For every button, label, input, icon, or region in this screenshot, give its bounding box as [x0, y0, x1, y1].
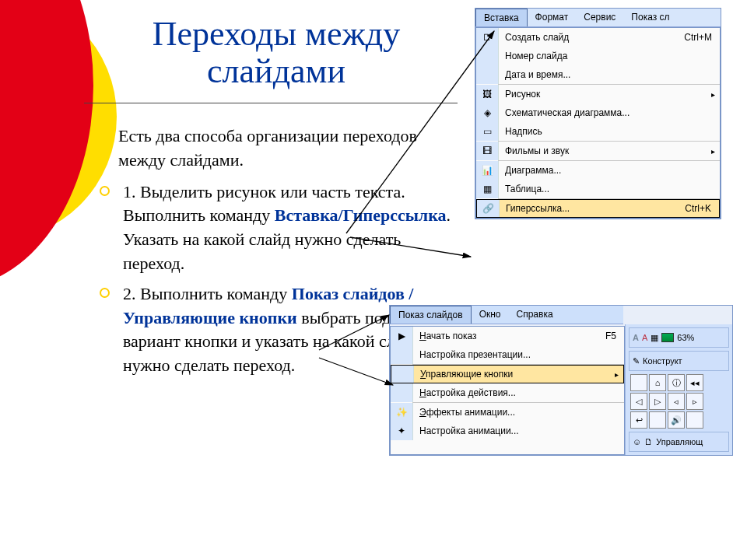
list-item-1: 1. Выделить рисунок или часть текста. Вы…	[87, 180, 461, 276]
menu-item-label: Схематическая диаграмма...	[499, 107, 720, 118]
design-label[interactable]: Конструкт	[643, 356, 682, 366]
menu-item-настройка-действия[interactable]: Настройка действия...	[391, 383, 624, 402]
chart-icon: 📊	[476, 161, 499, 180]
menu-tab-показ-сл[interactable]: Показ сл	[623, 9, 677, 26]
slide-title: Переходы между слайдами	[93, 16, 459, 91]
menu-item-управляющие-кнопки[interactable]: Управляющие кнопки▸	[391, 365, 624, 383]
menu-tab-сервис[interactable]: Сервис	[576, 9, 623, 26]
action-button-shape-11[interactable]	[686, 411, 703, 429]
menu-item-label: Диаграмма...	[499, 165, 720, 176]
submenu-arrow-icon: ▸	[711, 147, 715, 156]
table-icon: ▦	[476, 180, 499, 198]
blank	[476, 47, 499, 65]
menu-item-гиперссылка[interactable]: 🔗Гиперссылка...Ctrl+K	[476, 199, 720, 218]
design-icon[interactable]: ✎	[633, 356, 640, 366]
submenu-arrow-icon: ▸	[615, 370, 619, 379]
menu-shortcut: F5	[605, 331, 624, 341]
color-swatch[interactable]	[661, 333, 674, 342]
font-size-icon[interactable]: A	[633, 333, 639, 342]
menu-item-label: Настройка анимации...	[413, 425, 624, 436]
action-button-shape-1[interactable]: ⌂	[649, 374, 666, 391]
intro-text: Есть два способа организации переходов м…	[87, 124, 461, 173]
sparkle-icon: ✨	[391, 403, 413, 422]
menu-item-начать-показ[interactable]: ▶Начать показF5	[391, 327, 624, 345]
menu-item-label: Гиперссылка...	[500, 203, 685, 214]
menu-item-эффекты-анимации[interactable]: ✨Эффекты анимации...	[391, 403, 624, 422]
textbox-icon: ▭	[476, 122, 499, 141]
title-divider	[84, 103, 458, 103]
menu-tab-вставка[interactable]: Вставка	[475, 9, 528, 26]
menu-item-фильмы-и-звук[interactable]: 🎞Фильмы и звук▸	[476, 142, 720, 160]
movie-icon: 🎞	[476, 142, 499, 160]
menu-item-label: Надпись	[499, 126, 720, 137]
blank	[391, 366, 414, 383]
menu-item-label: Эффекты анимации...	[413, 407, 624, 418]
menu-item-label: Управляющие кнопки	[414, 369, 623, 380]
action-button-shape-5[interactable]: ▷	[649, 393, 666, 410]
slide-icon: 🗋	[476, 28, 499, 47]
menu-item-диаграмма[interactable]: 📊Диаграмма...	[476, 161, 720, 180]
zoom-value[interactable]: 63%	[677, 333, 694, 342]
menu-tab-справка[interactable]: Справка	[509, 306, 561, 324]
menu-item-label: Номер слайда	[499, 51, 720, 61]
link-icon: 🔗	[477, 200, 500, 217]
action-button-shape-9[interactable]	[649, 411, 666, 429]
menu-tab-показ-слайдов[interactable]: Показ слайдов	[390, 306, 472, 324]
palette-caption: Управляющ	[656, 437, 703, 446]
action-button-shape-3[interactable]: ◂◂	[686, 374, 703, 391]
decoration-red-circle	[0, 0, 93, 288]
action-button-shape-6[interactable]: ◃	[668, 393, 685, 410]
blank	[391, 345, 413, 364]
submenu-arrow-icon: ▸	[711, 90, 715, 99]
action-button-shape-0[interactable]	[630, 374, 647, 391]
action-button-shape-8[interactable]: ↩	[630, 411, 647, 429]
menu-item-надпись[interactable]: ▭Надпись	[476, 122, 720, 141]
anim-icon: ✦	[391, 422, 413, 440]
smiley-icon[interactable]: ☺	[633, 437, 641, 446]
bullet-icon	[100, 186, 110, 196]
bullet-icon	[100, 288, 110, 298]
menu-item-label: Фильмы и звук	[499, 145, 720, 156]
menu-item-рисунок[interactable]: 🖼Рисунок▸	[476, 85, 720, 103]
page-icon[interactable]: 🗋	[644, 437, 653, 446]
action-button-shape-7[interactable]: ▹	[686, 393, 703, 410]
insert-menu-screenshot: ВставкаФорматСервисПоказ сл 🗋Создать сла…	[475, 8, 721, 219]
grid-icon[interactable]: ▦	[651, 333, 658, 343]
menu-item-номер-слайда[interactable]: Номер слайда	[476, 47, 720, 65]
blank	[391, 383, 413, 402]
menu-shortcut: Ctrl+K	[685, 203, 719, 214]
action-button-shape-2[interactable]: ⓘ	[668, 374, 685, 391]
menu-item-label: Дата и время...	[499, 69, 720, 80]
item2-pre: 2. Выполнить команду	[123, 284, 292, 303]
menu-item-label: Настройка презентации...	[413, 349, 624, 360]
menu-item-таблица[interactable]: ▦Таблица...	[476, 180, 720, 198]
menu-item-настройка-презентации[interactable]: Настройка презентации...	[391, 345, 624, 364]
menu-item-label: Настройка действия...	[413, 387, 624, 398]
menu-item-label: Таблица...	[499, 184, 720, 194]
picture-icon: 🖼	[476, 85, 499, 103]
action-button-shape-4[interactable]: ◁	[630, 393, 647, 410]
menu-tab-окно[interactable]: Окно	[472, 306, 509, 324]
menu-item-label: Рисунок	[499, 89, 720, 100]
menu-shortcut: Ctrl+M	[684, 32, 720, 43]
menu-item-label: Создать слайд	[499, 32, 684, 43]
menu-item-схематическая-диаграмма[interactable]: ◈Схематическая диаграмма...	[476, 103, 720, 122]
menu-tab-формат[interactable]: Формат	[528, 9, 577, 26]
blank	[476, 65, 499, 84]
menu-item-label: Начать показ	[413, 331, 605, 341]
diagram-icon: ◈	[476, 103, 499, 122]
menu-item-создать-слайд[interactable]: 🗋Создать слайдCtrl+M	[476, 28, 720, 47]
slideshow-menu-screenshot: Показ слайдовОкноСправка ▶Начать показF5…	[389, 305, 733, 456]
play-icon: ▶	[391, 327, 413, 345]
menu-item-настройка-анимации[interactable]: ✦Настройка анимации...	[391, 422, 624, 440]
menu-item-дата-и-время[interactable]: Дата и время...	[476, 65, 720, 84]
item1-command: Вставка/Гиперссылка	[275, 205, 447, 225]
action-button-shape-10[interactable]: 🔊	[668, 411, 685, 429]
